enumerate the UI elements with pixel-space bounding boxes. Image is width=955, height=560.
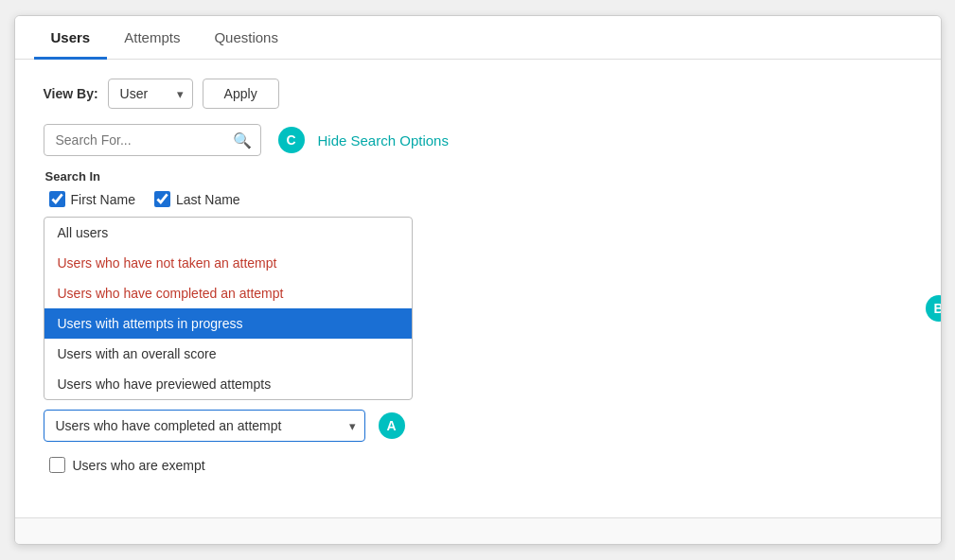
search-icon[interactable]: 🔍 xyxy=(233,131,252,149)
filter-option-not-taken[interactable]: Users who have not taken an attempt xyxy=(44,248,412,278)
tab-attempts-label: Attempts xyxy=(124,29,180,45)
first-name-checkbox[interactable] xyxy=(49,191,65,207)
annotation-a: A xyxy=(379,412,405,439)
view-by-select-wrapper: User Group ▾ xyxy=(108,79,193,109)
main-window: Users Attempts Questions View By: User G… xyxy=(14,15,942,545)
filter-option-overall-score[interactable]: Users with an overall score xyxy=(44,339,412,369)
last-name-label: Last Name xyxy=(176,192,240,207)
filter-dropdown-list: All users Users who have not taken an at… xyxy=(44,217,413,400)
tab-users-label: Users xyxy=(51,29,91,45)
filter-option-in-progress[interactable]: Users with attempts in progress xyxy=(44,308,412,339)
tab-users[interactable]: Users xyxy=(34,16,108,60)
search-in-checkboxes: First Name Last Name xyxy=(49,191,912,207)
bottom-select-container: All users Users who have not taken an at… xyxy=(44,410,365,442)
bottom-filter-select[interactable]: All users Users who have not taken an at… xyxy=(44,410,365,442)
filter-option-completed[interactable]: Users who have completed an attempt xyxy=(44,278,412,308)
search-row: 🔍 C Hide Search Options xyxy=(44,124,912,156)
bottom-select-row: All users Users who have not taken an at… xyxy=(44,410,912,442)
search-input[interactable] xyxy=(44,124,261,156)
last-name-checkbox[interactable] xyxy=(154,191,170,207)
view-by-select[interactable]: User Group xyxy=(108,79,193,109)
search-input-wrap: 🔍 xyxy=(44,124,261,156)
annotation-b: B xyxy=(926,295,941,322)
first-name-label: First Name xyxy=(71,192,135,207)
exempt-label: Users who are exempt xyxy=(73,458,205,473)
last-name-checkbox-label[interactable]: Last Name xyxy=(154,191,240,207)
tab-questions-label: Questions xyxy=(214,29,278,45)
first-name-checkbox-label[interactable]: First Name xyxy=(49,191,135,207)
apply-button[interactable]: Apply xyxy=(203,79,279,109)
filter-option-all-users[interactable]: All users xyxy=(44,218,412,248)
view-by-row: View By: User Group ▾ Apply xyxy=(44,79,912,109)
exempt-checkbox[interactable] xyxy=(49,457,65,473)
tab-bar: Users Attempts Questions xyxy=(15,16,941,60)
filter-option-previewed[interactable]: Users who have previewed attempts xyxy=(44,369,412,399)
tab-attempts[interactable]: Attempts xyxy=(107,16,197,60)
bottom-bar xyxy=(15,517,941,544)
filter-dropdown-wrap: All users Users who have not taken an at… xyxy=(44,217,912,400)
search-in-label: Search In xyxy=(45,169,912,184)
annotation-c: C xyxy=(278,127,305,153)
exempt-row: Users who are exempt xyxy=(49,457,912,473)
tab-questions[interactable]: Questions xyxy=(197,16,295,60)
hide-search-options-link[interactable]: Hide Search Options xyxy=(318,132,449,149)
content-area: View By: User Group ▾ Apply 🔍 C Hide Sea… xyxy=(15,60,941,517)
annotation-b-label: B xyxy=(933,301,940,316)
view-by-label: View By: xyxy=(44,86,98,101)
